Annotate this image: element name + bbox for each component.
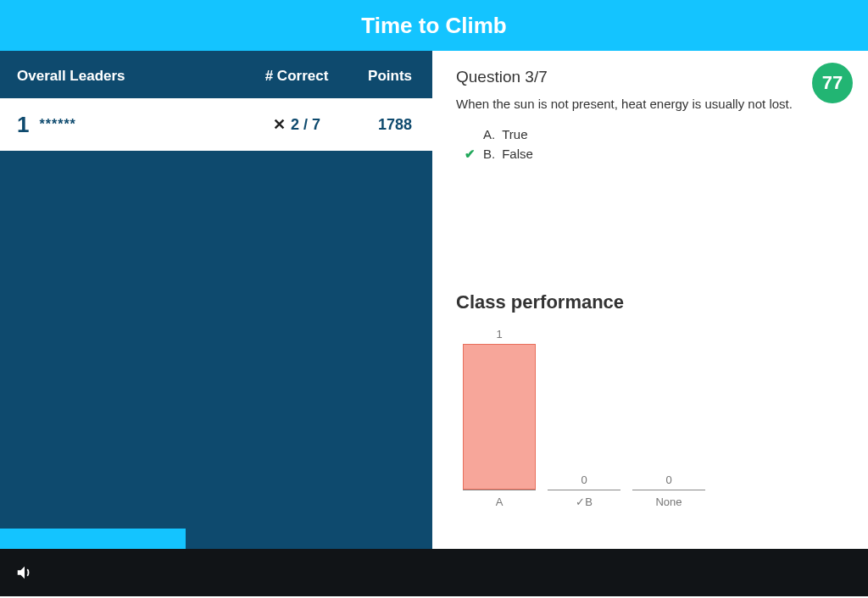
leaders-header: Overall Leaders # Correct Points [0, 51, 432, 98]
score-badge: 77 [812, 63, 853, 103]
col-points: Points [348, 68, 415, 85]
col-overall: Overall Leaders [17, 68, 246, 85]
bar-baseline [463, 490, 536, 490]
question-panel: 77 Question 3/7 When the sun is not pres… [432, 51, 868, 549]
leader-rank: 1 [17, 112, 29, 138]
col-correct: # Correct [246, 68, 348, 85]
bar [463, 344, 536, 490]
bar-label: A [496, 496, 504, 508]
option-text: False [502, 147, 533, 161]
table-row: 1 ****** ✕ 2 / 7 1788 [0, 98, 432, 151]
option-letter: A. [483, 127, 495, 141]
performance-title: Class performance [456, 291, 844, 313]
chart-column: 1A [463, 328, 536, 508]
option-row: A.True [463, 125, 844, 144]
leader-correct-value: 2 / 7 [291, 116, 320, 134]
page-title: Time to Climb [0, 0, 868, 51]
leader-points: 1788 [348, 116, 415, 134]
main-area: Overall Leaders # Correct Points 1 *****… [0, 51, 868, 549]
leaders-panel: Overall Leaders # Correct Points 1 *****… [0, 51, 432, 549]
leader-name: ****** [39, 117, 246, 132]
wrong-icon: ✕ [273, 115, 286, 134]
leader-correct: ✕ 2 / 7 [246, 115, 348, 134]
option-row: ✔B.False [463, 144, 844, 164]
bar-value: 1 [496, 328, 502, 341]
bar-value: 0 [665, 473, 671, 486]
question-label: Question 3/7 [456, 68, 844, 86]
bar-baseline [548, 490, 620, 490]
chart-column: 0None [632, 473, 705, 508]
bar-baseline [632, 490, 705, 490]
question-options: A.True✔B.False [463, 125, 844, 164]
footer-bar [0, 549, 868, 596]
sound-icon[interactable] [15, 563, 34, 582]
question-text: When the sun is not present, heat energy… [456, 95, 844, 114]
progress-bar [0, 529, 186, 549]
option-letter: B. [483, 147, 495, 161]
header-title: Time to Climb [361, 13, 506, 39]
bar-value: 0 [581, 473, 587, 486]
bar-label: None [655, 496, 682, 508]
option-text: True [502, 127, 527, 141]
check-icon: ✔ [463, 147, 476, 162]
performance-chart: 1A0✓B0None [456, 330, 844, 508]
bar-label: ✓B [576, 496, 593, 508]
chart-column: 0✓B [548, 473, 620, 508]
